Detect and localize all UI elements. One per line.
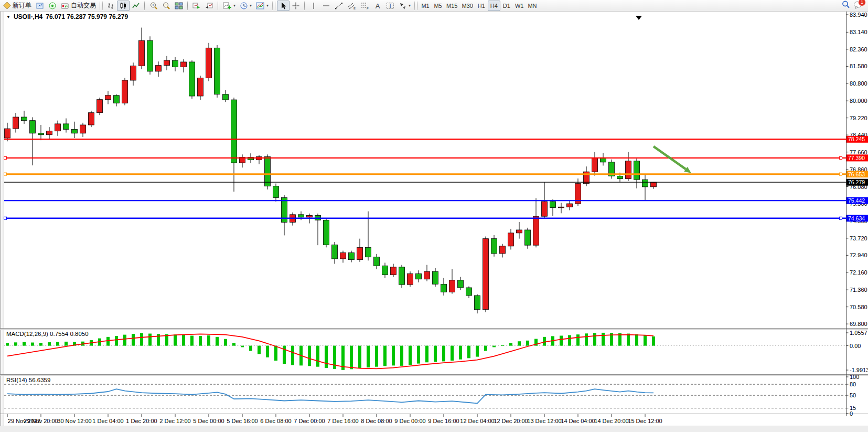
hline-handle[interactable]	[840, 173, 842, 175]
auto-scroll-button[interactable]	[190, 1, 203, 11]
crosshair-button[interactable]	[290, 1, 302, 11]
new-order-icon	[3, 2, 11, 9]
candle-body	[340, 252, 346, 259]
macd-bar	[316, 346, 319, 367]
channel-button[interactable]: E	[345, 1, 358, 11]
macd-bar	[392, 346, 395, 366]
dropdown-caret-icon: ▾	[409, 4, 411, 8]
vertical-line-button[interactable]	[307, 1, 320, 11]
new-order-button[interactable]: 新订单	[1, 1, 34, 11]
horizontal-line-button[interactable]	[320, 1, 333, 11]
macd-bar	[509, 343, 512, 345]
zoom-out-button[interactable]	[160, 1, 173, 11]
candle-body	[567, 204, 573, 207]
price-tick-label: 80.800	[850, 80, 867, 87]
candle-body	[357, 247, 363, 259]
add-indicator-button[interactable]: ▾	[221, 1, 238, 11]
macd-bar	[476, 346, 479, 357]
template-button[interactable]: ▾	[254, 1, 271, 11]
timeframe-m1-button[interactable]: M1	[419, 1, 432, 11]
zoom-in-button[interactable]	[147, 1, 160, 11]
timeframe-m5-button[interactable]: M5	[432, 1, 444, 11]
hline-handle[interactable]	[840, 217, 842, 219]
timeframe-d1-button[interactable]: D1	[500, 1, 513, 11]
candle-body	[533, 216, 539, 245]
search-icon[interactable]	[841, 0, 850, 11]
rsi-tick-label: 80	[850, 381, 856, 387]
time-tick-label: 14 Dec 20:00	[594, 418, 628, 424]
candlestick-chart-button[interactable]	[117, 1, 130, 11]
time-tick-label: 9 Dec 16:00	[428, 418, 459, 424]
cursor-button[interactable]	[277, 1, 290, 11]
arrows-button[interactable]: ▾	[397, 1, 413, 11]
candle-body	[634, 161, 640, 180]
time-tick-label: 9 Dec 00:00	[394, 418, 425, 424]
timeframe-m30-button[interactable]: M30	[459, 1, 475, 11]
chart-shift-button[interactable]	[203, 1, 216, 11]
timeframe-h4-button[interactable]: H4	[488, 1, 500, 11]
radar-icon	[48, 2, 57, 10]
macd-bar	[6, 343, 9, 345]
candle-body	[30, 121, 36, 133]
price-tick-label: 83.140	[850, 29, 867, 35]
macd-bar	[216, 337, 219, 346]
chart-title: ▼ USOil-,H4 76.071 76.287 75.979 76.279	[6, 13, 128, 20]
hline-handle[interactable]	[4, 173, 7, 175]
candle-body	[231, 100, 237, 163]
timeframe-mn-button[interactable]: MN	[526, 1, 539, 11]
timeframe-m15-button[interactable]: M15	[444, 1, 459, 11]
hline-handle[interactable]	[4, 156, 7, 159]
autotrading-button[interactable]: 自动交易	[59, 1, 98, 11]
candle-body	[408, 273, 413, 285]
text-button[interactable]: A	[371, 1, 384, 11]
chart-canvas[interactable]: 83.94083.14082.36081.58080.80080.00079.2…	[0, 12, 868, 432]
candle-body	[592, 158, 598, 172]
macd-tick-label: -1.9913	[850, 367, 868, 373]
text-label-button[interactable]: T	[384, 1, 397, 11]
dropdown-caret-icon: ▾	[250, 4, 252, 8]
navigator-button[interactable]	[46, 1, 59, 11]
candle-body	[416, 273, 422, 279]
trendline-icon	[335, 2, 343, 10]
hline-handle[interactable]	[4, 217, 7, 219]
price-badge-label: 77.390	[848, 155, 865, 161]
candle-body	[181, 62, 187, 67]
candle-body	[366, 247, 371, 257]
candle-body	[391, 267, 397, 275]
macd-bar	[65, 342, 68, 346]
macd-bar	[644, 335, 647, 346]
fibonacci-button[interactable]: F	[358, 1, 371, 11]
toolbar-right-icons: 1	[841, 0, 867, 11]
timeframe-w1-button[interactable]: W1	[513, 1, 526, 11]
line-chart-button[interactable]	[130, 1, 142, 11]
macd-bar	[585, 333, 588, 345]
time-tick-label: 12 Dec 20:00	[494, 418, 528, 424]
tile-windows-icon	[175, 2, 183, 10]
macd-bar	[23, 342, 26, 346]
candle-body	[466, 288, 472, 296]
macd-bar	[417, 346, 420, 364]
time-tick-label: 5 Dec 00:00	[193, 418, 224, 424]
macd-bar	[274, 346, 277, 361]
bar-chart-button[interactable]	[104, 1, 117, 11]
price-tick-label: 77.660	[850, 149, 867, 155]
hline-handle[interactable]	[840, 156, 842, 159]
macd-bar	[140, 333, 143, 346]
candle-body	[525, 230, 531, 245]
arrow-objects-icon	[399, 2, 407, 10]
tile-windows-button[interactable]	[173, 1, 185, 11]
market-watch-button[interactable]	[34, 1, 46, 11]
period-button[interactable]: ▾	[238, 1, 254, 11]
chart-shift-icon	[205, 2, 213, 10]
notifications-button[interactable]: 1	[853, 1, 863, 11]
bar-chart-icon	[106, 2, 115, 10]
macd-bar	[367, 346, 370, 367]
price-tick-label: 69.800	[850, 321, 867, 327]
candle-body	[617, 176, 623, 179]
timeframe-h1-button[interactable]: H1	[475, 1, 488, 11]
trendline-button[interactable]	[333, 1, 345, 11]
chart-dropdown-icon[interactable]: ▼	[6, 15, 10, 19]
candle-body	[374, 257, 380, 266]
macd-bar	[232, 343, 235, 345]
main-toolbar: 新订单 自动交易 ▾ ▾ ▾ E F A T ▾ M1M5M15M30H1H4D…	[0, 0, 868, 12]
